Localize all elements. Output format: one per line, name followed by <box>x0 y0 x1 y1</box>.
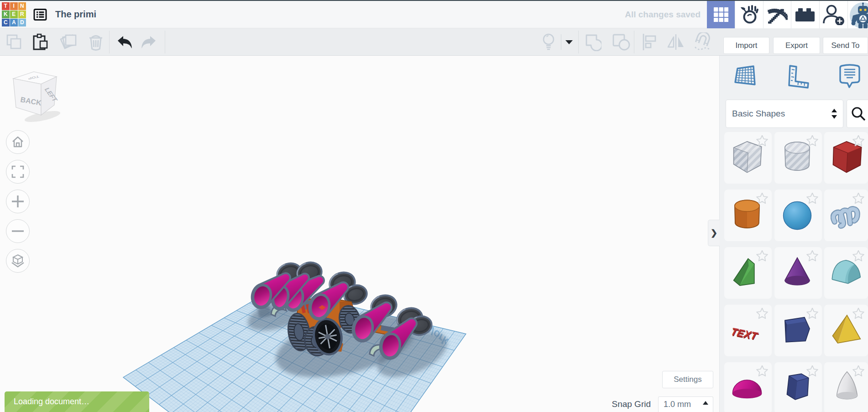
svg-text:TEXT: TEXT <box>731 326 760 342</box>
